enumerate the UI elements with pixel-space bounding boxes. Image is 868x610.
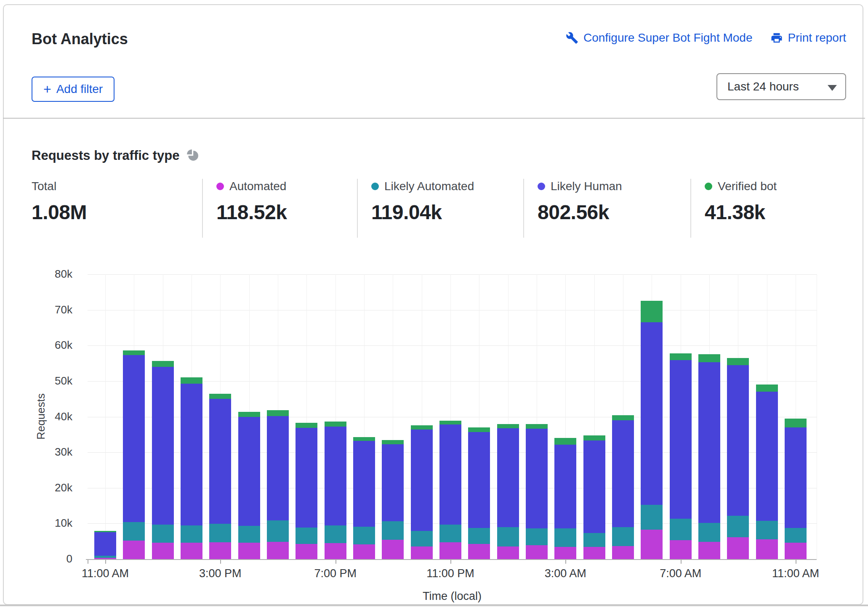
bar-segment-likely-automated[interactable] <box>526 528 548 545</box>
bar-segment-likely-human[interactable] <box>439 424 461 525</box>
bar-segment-likely-automated[interactable] <box>641 505 663 529</box>
bar-segment-verified-bot[interactable] <box>439 421 461 424</box>
bar-segment-automated[interactable] <box>325 543 346 559</box>
bar-segment-automated[interactable] <box>468 544 490 559</box>
bar-segment-automated[interactable] <box>238 543 260 559</box>
bar-segment-likely-automated[interactable] <box>612 527 634 546</box>
bar-segment-verified-bot[interactable] <box>497 424 519 428</box>
time-range-dropdown[interactable]: Last 24 hours <box>716 73 846 100</box>
bar-segment-likely-automated[interactable] <box>296 528 317 544</box>
bar-segment-likely-automated[interactable] <box>583 533 605 547</box>
bar-segment-likely-human[interactable] <box>698 362 720 523</box>
bar-segment-likely-automated[interactable] <box>785 528 807 543</box>
bar-segment-likely-human[interactable] <box>612 420 634 527</box>
bar-segment-verified-bot[interactable] <box>785 419 807 427</box>
bar-segment-verified-bot[interactable] <box>411 425 433 430</box>
bar-segment-verified-bot[interactable] <box>554 438 576 445</box>
bar-segment-verified-bot[interactable] <box>325 422 346 427</box>
bar-segment-likely-automated[interactable] <box>94 556 116 557</box>
bar-segment-likely-human[interactable] <box>152 367 174 525</box>
bar-segment-likely-automated[interactable] <box>325 525 346 543</box>
bar-segment-likely-automated[interactable] <box>353 527 375 544</box>
configure-super-bot-fight-mode-link[interactable]: Configure Super Bot Fight Mode <box>566 31 753 45</box>
bar-segment-likely-human[interactable] <box>382 444 404 522</box>
bar-segment-likely-human[interactable] <box>296 428 317 528</box>
bar-segment-likely-automated[interactable] <box>382 521 404 540</box>
bar-segment-automated[interactable] <box>353 544 375 559</box>
bar-segment-automated[interactable] <box>641 530 663 559</box>
bar-segment-automated[interactable] <box>267 542 289 559</box>
bar-segment-automated[interactable] <box>123 541 145 559</box>
bar-segment-verified-bot[interactable] <box>612 415 634 420</box>
bar-segment-likely-automated[interactable] <box>267 520 289 542</box>
bar-segment-likely-human[interactable] <box>267 416 289 520</box>
bar-segment-automated[interactable] <box>181 543 202 559</box>
bar-segment-verified-bot[interactable] <box>670 353 692 360</box>
print-report-link[interactable]: Print report <box>770 31 847 45</box>
bar-segment-verified-bot[interactable] <box>727 358 749 365</box>
bar-segment-verified-bot[interactable] <box>209 394 231 399</box>
bar-segment-automated[interactable] <box>526 545 548 559</box>
bar-segment-automated[interactable] <box>612 546 634 559</box>
bar-segment-verified-bot[interactable] <box>152 361 174 367</box>
bar-segment-automated[interactable] <box>698 542 720 559</box>
bar-segment-likely-human[interactable] <box>411 430 433 531</box>
bar-segment-likely-automated[interactable] <box>152 525 174 543</box>
bar-segment-automated[interactable] <box>670 540 692 559</box>
add-filter-button[interactable]: + Add filter <box>32 77 114 102</box>
bar-segment-likely-automated[interactable] <box>554 528 576 547</box>
bar-segment-likely-human[interactable] <box>583 440 605 533</box>
bar-segment-likely-automated[interactable] <box>439 525 461 542</box>
bar-segment-automated[interactable] <box>554 547 576 559</box>
bar-segment-likely-automated[interactable] <box>411 531 433 546</box>
bar-segment-verified-bot[interactable] <box>526 424 548 429</box>
bar-segment-likely-human[interactable] <box>554 445 576 528</box>
bar-segment-likely-human[interactable] <box>641 322 663 505</box>
bar-segment-verified-bot[interactable] <box>267 410 289 416</box>
bar-segment-automated[interactable] <box>785 543 807 559</box>
bar-segment-likely-automated[interactable] <box>238 526 260 543</box>
bar-segment-likely-human[interactable] <box>785 427 807 528</box>
bar-segment-verified-bot[interactable] <box>94 531 116 532</box>
bar-segment-verified-bot[interactable] <box>583 435 605 440</box>
bar-segment-likely-human[interactable] <box>181 384 202 525</box>
bar-segment-likely-automated[interactable] <box>468 528 490 544</box>
bar-segment-likely-automated[interactable] <box>670 519 692 540</box>
bar-segment-likely-human[interactable] <box>526 429 548 528</box>
bar-segment-likely-human[interactable] <box>670 360 692 519</box>
bar-segment-verified-bot[interactable] <box>238 412 260 417</box>
bar-segment-likely-human[interactable] <box>756 392 778 520</box>
bar-segment-automated[interactable] <box>497 546 519 559</box>
bar-segment-verified-bot[interactable] <box>468 427 490 432</box>
bar-segment-verified-bot[interactable] <box>123 350 145 355</box>
bar-segment-automated[interactable] <box>439 542 461 559</box>
bar-segment-likely-automated[interactable] <box>209 524 231 542</box>
bar-segment-likely-human[interactable] <box>94 532 116 556</box>
bar-segment-likely-human[interactable] <box>727 365 749 516</box>
bar-segment-likely-automated[interactable] <box>181 525 202 543</box>
bar-segment-verified-bot[interactable] <box>698 354 720 362</box>
bar-segment-verified-bot[interactable] <box>353 437 375 441</box>
bar-segment-likely-automated[interactable] <box>698 523 720 542</box>
bar-segment-automated[interactable] <box>209 542 231 559</box>
bar-segment-likely-human[interactable] <box>353 441 375 527</box>
bar-segment-likely-human[interactable] <box>123 355 145 522</box>
bar-segment-likely-automated[interactable] <box>123 522 145 541</box>
bar-segment-likely-human[interactable] <box>238 417 260 526</box>
bar-segment-likely-automated[interactable] <box>756 521 778 540</box>
bar-segment-automated[interactable] <box>152 543 174 559</box>
bar-segment-automated[interactable] <box>756 539 778 559</box>
bar-segment-likely-human[interactable] <box>325 427 346 525</box>
bar-segment-automated[interactable] <box>296 544 317 559</box>
bar-segment-verified-bot[interactable] <box>296 423 317 428</box>
bar-segment-verified-bot[interactable] <box>756 385 778 392</box>
bar-segment-likely-human[interactable] <box>497 428 519 527</box>
bar-segment-likely-human[interactable] <box>209 399 231 524</box>
bar-segment-likely-automated[interactable] <box>727 516 749 537</box>
bar-segment-verified-bot[interactable] <box>641 301 663 322</box>
bar-segment-automated[interactable] <box>727 537 749 559</box>
bar-segment-automated[interactable] <box>382 540 404 559</box>
bar-segment-verified-bot[interactable] <box>382 440 404 444</box>
bar-segment-automated[interactable] <box>411 546 433 559</box>
bar-segment-likely-automated[interactable] <box>497 527 519 546</box>
